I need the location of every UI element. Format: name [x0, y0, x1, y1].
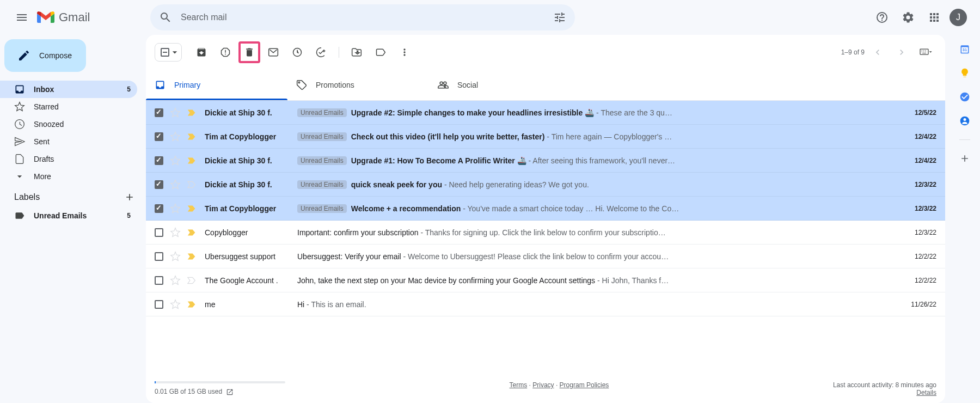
star-button[interactable]	[170, 131, 181, 142]
activity-text: Last account activity: 8 minutes ago	[833, 381, 936, 389]
select-all-control[interactable]	[155, 43, 182, 62]
row-checkbox[interactable]	[155, 180, 163, 189]
email-row[interactable]: Dickie at Ship 30 f. Unread Emails Upgra…	[146, 101, 945, 125]
nav-starred[interactable]: Starred	[0, 98, 137, 115]
email-row[interactable]: Ubersuggest support Ubersuggest: Verify …	[146, 245, 945, 268]
row-checkbox[interactable]	[155, 108, 163, 117]
nav-snoozed[interactable]: Snoozed	[0, 115, 137, 133]
subject-line: Unread Emails Check out this video (it'l…	[297, 132, 898, 141]
importance-marker[interactable]	[187, 157, 198, 164]
star-button[interactable]	[170, 251, 181, 262]
importance-marker[interactable]	[187, 205, 198, 212]
row-checkbox[interactable]	[155, 156, 163, 165]
tasks-app-icon[interactable]	[959, 91, 970, 102]
label-unread-emails[interactable]: Unread Emails 5	[0, 207, 137, 224]
star-button[interactable]	[170, 155, 181, 166]
move-icon	[351, 47, 362, 58]
importance-marker[interactable]	[187, 181, 198, 188]
search-button[interactable]	[155, 7, 176, 28]
row-checkbox[interactable]	[155, 228, 163, 237]
row-checkbox[interactable]	[155, 276, 163, 285]
input-tools-button[interactable]	[915, 41, 936, 63]
email-row[interactable]: me Hi - This is an email. 11/26/22	[146, 292, 945, 316]
terms-link[interactable]: Terms	[510, 381, 528, 389]
select-dropdown-icon[interactable]	[169, 47, 180, 58]
policies-link[interactable]: Program Policies	[560, 381, 609, 389]
sender: me	[205, 300, 297, 309]
apps-button[interactable]	[923, 7, 945, 28]
importance-marker[interactable]	[187, 301, 198, 308]
email-row[interactable]: Dickie at Ship 30 f. Unread Emails Upgra…	[146, 149, 945, 173]
calendar-app-icon[interactable]: 31	[959, 44, 970, 54]
spam-button[interactable]	[215, 41, 236, 63]
email-row[interactable]: Copyblogger Important: confirm your subs…	[146, 221, 945, 245]
tab-primary[interactable]: Primary	[146, 70, 287, 100]
row-checkbox[interactable]	[155, 300, 163, 309]
more-button[interactable]	[394, 41, 415, 63]
privacy-link[interactable]: Privacy	[532, 381, 554, 389]
snooze-button[interactable]	[286, 41, 308, 63]
activity-info: Last account activity: 8 minutes ago Det…	[833, 381, 936, 396]
external-link-icon[interactable]	[226, 388, 234, 396]
star-button[interactable]	[170, 107, 181, 118]
next-page-button[interactable]	[891, 41, 912, 63]
importance-marker[interactable]	[187, 229, 198, 236]
move-button[interactable]	[346, 41, 367, 63]
importance-marker[interactable]	[187, 277, 198, 284]
email-row[interactable]: Tim at Copyblogger Unread Emails Welcome…	[146, 197, 945, 221]
star-button[interactable]	[170, 179, 181, 190]
email-date: 12/3/22	[898, 205, 936, 212]
main-menu-button[interactable]	[9, 4, 35, 30]
mark-unread-button[interactable]	[262, 41, 284, 63]
email-row[interactable]: Tim at Copyblogger Unread Emails Check o…	[146, 125, 945, 149]
sender: Ubersuggest support	[205, 252, 297, 261]
star-button[interactable]	[170, 203, 181, 214]
importance-marker[interactable]	[187, 133, 198, 141]
add-label-button[interactable]	[124, 192, 135, 203]
keep-app-icon[interactable]	[959, 68, 970, 78]
star-button[interactable]	[170, 299, 181, 310]
importance-marker[interactable]	[187, 109, 198, 117]
email-row[interactable]: Dickie at Ship 30 f. Unread Emails quick…	[146, 173, 945, 197]
settings-button[interactable]	[897, 7, 919, 28]
archive-button[interactable]	[191, 41, 212, 63]
apps-icon	[928, 11, 941, 24]
contacts-app-icon[interactable]	[959, 115, 970, 126]
trash-icon	[244, 47, 255, 58]
support-button[interactable]	[871, 7, 893, 28]
delete-button[interactable]	[241, 44, 258, 61]
nav-inbox[interactable]: Inbox 5	[0, 81, 137, 98]
search-icon	[159, 11, 172, 24]
compose-button[interactable]: Compose	[4, 39, 86, 72]
email-row[interactable]: The Google Account . John, take the next…	[146, 268, 945, 292]
star-button[interactable]	[170, 227, 181, 238]
account-avatar[interactable]: J	[950, 9, 967, 26]
labels-button[interactable]	[370, 41, 391, 63]
row-checkbox[interactable]	[155, 252, 163, 261]
subject-text: Ubersuggest: Verify your email - Welcome…	[297, 252, 669, 261]
gmail-logo[interactable]: Gmail	[37, 10, 90, 25]
nav-sent[interactable]: Sent	[0, 133, 137, 150]
star-button[interactable]	[170, 275, 181, 286]
subject-line: Important: confirm your subscription - T…	[297, 228, 898, 237]
row-checkbox[interactable]	[155, 204, 163, 213]
importance-marker[interactable]	[187, 253, 198, 260]
sidebar: Compose Inbox 5 Starred Snoozed Sent Dra…	[0, 35, 146, 403]
tab-promotions[interactable]: Promotions	[287, 70, 429, 100]
snippet: - After seeing this framework, you'll ne…	[526, 156, 675, 165]
chevron-right-icon	[896, 47, 907, 58]
toolbar-right: 1–9 of 9	[841, 41, 936, 63]
get-addons-button[interactable]	[959, 153, 970, 164]
search-options-button[interactable]	[549, 7, 571, 28]
search-input[interactable]	[176, 13, 549, 22]
nav-more[interactable]: More	[0, 168, 137, 185]
nav-drafts[interactable]: Drafts	[0, 150, 137, 168]
select-all-checkbox[interactable]	[161, 48, 169, 57]
rail-divider	[959, 139, 970, 140]
prev-page-button[interactable]	[867, 41, 889, 63]
tab-social[interactable]: Social	[429, 70, 571, 100]
add-task-button[interactable]	[310, 41, 332, 63]
row-checkbox[interactable]	[155, 132, 163, 141]
details-link[interactable]: Details	[916, 389, 936, 396]
more-icon	[399, 47, 410, 58]
